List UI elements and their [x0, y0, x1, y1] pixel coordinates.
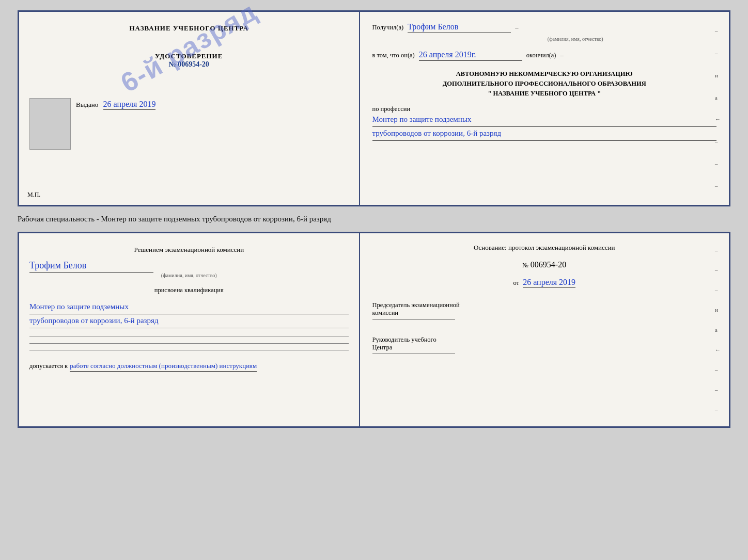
received-label: Получил(а)	[372, 24, 404, 31]
cert-right-panel: Получил(а) Трофим Белов – (фамилия, имя,…	[360, 12, 729, 205]
bottom-name-handwritten: Трофим Белов	[29, 260, 153, 273]
dash2: –	[560, 52, 564, 59]
name-handwritten: Трофим Белов	[408, 22, 511, 33]
bottom-certificate: Решением экзаменационной комиссии Трофим…	[18, 232, 730, 428]
from-date-handwritten: 26 апреля 2019	[523, 278, 575, 288]
chairman-signature-line	[372, 319, 455, 319]
qualification-label: присвоена квалификация	[29, 286, 349, 294]
allowed-row: допускается к работе согласно должностны…	[29, 362, 349, 372]
head-signature-line	[372, 354, 455, 354]
cert-title: НАЗВАНИЕ УЧЕБНОГО ЦЕНТРА	[129, 24, 248, 33]
stamp-overlay: 6-й разряд	[116, 0, 262, 98]
cert-bottom-left: Решением экзаменационной комиссии Трофим…	[19, 233, 360, 426]
name-subtext: (фамилия, имя, отчество)	[372, 36, 716, 42]
basis-label: Основание: протокол экзаменационной коми…	[372, 244, 716, 252]
document-container: НАЗВАНИЕ УЧЕБНОГО ЦЕНТРА 6-й разряд УДОС…	[18, 10, 730, 428]
doc-number-block: № 006954-20	[372, 260, 716, 269]
org-block: АВТОНОМНУЮ НЕКОММЕРЧЕСКУЮ ОРГАНИЗАЦИЮ ДО…	[372, 69, 716, 98]
from-date-row: от 26 апреля 2019	[372, 278, 716, 287]
in-that-row: в том, что он(а) 26 апреля 2019г. окончи…	[372, 50, 716, 61]
between-text: Рабочая специальность - Монтер по защите…	[18, 213, 331, 226]
cert-left-panel: НАЗВАНИЕ УЧЕБНОГО ЦЕНТРА 6-й разряд УДОС…	[19, 12, 360, 205]
finished-label: окончил(а)	[526, 52, 556, 59]
decision-label: Решением экзаменационной комиссии	[29, 246, 349, 254]
qualification-block: Монтер по защите подземных трубопроводов…	[29, 300, 349, 328]
mp-label: М.П.	[27, 191, 40, 199]
cert-bottom-right: Основание: протокол экзаменационной коми…	[360, 233, 729, 426]
in-that-label: в том, что он(а)	[372, 52, 415, 59]
dash1: –	[515, 24, 518, 31]
cert-number-block: УДОСТОВЕРЕНИЕ № 006954-20	[155, 52, 223, 69]
cert-issued: Выдано 26 апреля 2019	[29, 100, 349, 109]
bottom-name-block: Трофим Белов (фамилия, имя, отчество)	[29, 260, 349, 278]
date-handwritten: 26 апреля 2019г.	[419, 50, 522, 61]
doc-number-value: 006954-20	[531, 260, 566, 269]
bottom-right-decorative: – – – и а ← – – –	[715, 233, 721, 426]
cert-number-label: УДОСТОВЕРЕНИЕ	[155, 52, 223, 60]
photo-placeholder	[29, 98, 71, 150]
chairman-block: Председатель экзаменационной комиссии	[372, 301, 716, 322]
profession-block: по профессии Монтер по защите подземных …	[372, 105, 716, 141]
cert-number-value: № 006954-20	[155, 60, 223, 69]
head-block: Руководитель учебного Центра	[372, 336, 716, 356]
bottom-name-subtext: (фамилия, имя, отчество)	[29, 273, 349, 278]
received-row: Получил(а) Трофим Белов –	[372, 22, 716, 33]
right-decorative-lines: – – и а ← – – –	[715, 12, 721, 205]
allowed-handwritten: работе согласно должностным (производств…	[70, 362, 257, 372]
top-certificate: НАЗВАНИЕ УЧЕБНОГО ЦЕНТРА 6-й разряд УДОС…	[18, 10, 730, 206]
